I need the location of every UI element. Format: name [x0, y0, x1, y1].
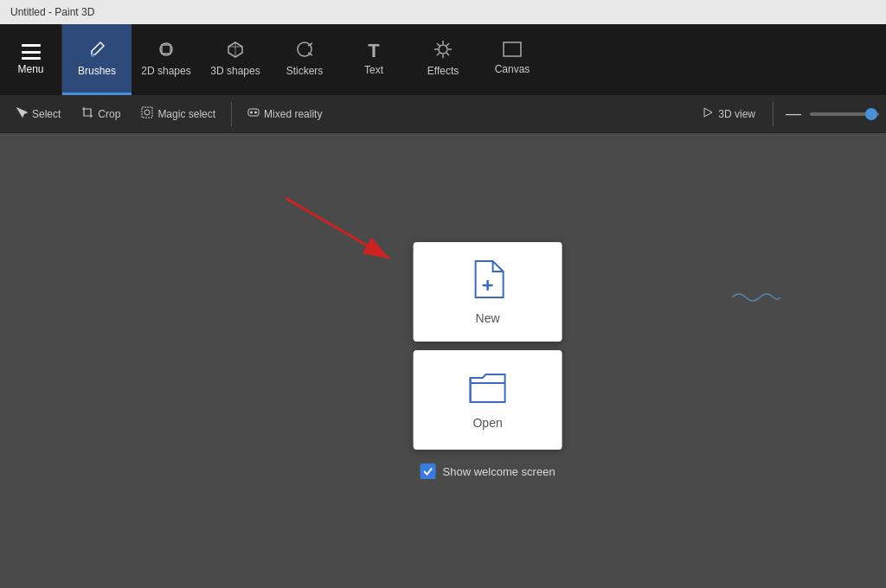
new-file-icon [471, 259, 505, 304]
right-tools: 3D view — [693, 102, 879, 126]
mixed-reality-label: Mixed reality [264, 108, 322, 120]
secondary-toolbar: Select Crop Magic select Mix [0, 95, 886, 133]
svg-marker-21 [704, 108, 712, 117]
3dview-label: 3D view [718, 108, 755, 120]
svg-point-20 [254, 112, 257, 114]
crop-label: Crop [98, 108, 120, 120]
svg-rect-15 [504, 42, 521, 56]
mixed-reality-tool[interactable]: Mixed reality [239, 103, 331, 125]
3dview-play-icon [702, 106, 714, 121]
zoom-minus-icon: — [786, 105, 801, 123]
svg-rect-2 [162, 45, 170, 54]
tool-stickers[interactable]: Stickers [270, 24, 339, 95]
toolbar-separator-2 [773, 102, 774, 126]
svg-point-17 [144, 110, 150, 115]
stickers-icon [295, 40, 314, 61]
open-card[interactable]: Open [414, 350, 562, 450]
effects-label: Effects [427, 65, 459, 77]
svg-line-11 [437, 43, 440, 46]
svg-point-6 [439, 45, 447, 54]
canvas-icon [503, 42, 522, 60]
menu-button[interactable]: Menu [0, 24, 62, 95]
text-icon: T [368, 42, 379, 61]
3dshapes-icon [226, 40, 245, 61]
main-toolbar: Menu Brushes 2D shapes 3D shapes [0, 24, 886, 95]
zoom-slider[interactable] [810, 112, 879, 116]
decorative-scribble [730, 289, 782, 310]
stickers-label: Stickers [286, 65, 324, 77]
crop-tool[interactable]: Crop [73, 103, 129, 125]
tool-brushes[interactable]: Brushes [62, 24, 132, 95]
svg-line-12 [446, 53, 449, 55]
svg-point-19 [250, 112, 253, 114]
mixed-reality-icon [247, 106, 260, 121]
svg-line-13 [446, 43, 449, 46]
tool-2dshapes[interactable]: 2D shapes [132, 24, 201, 95]
magic-select-tool[interactable]: Magic select [132, 103, 224, 125]
new-card[interactable]: New [414, 242, 562, 342]
magic-select-icon [141, 106, 153, 121]
menu-label: Menu [17, 63, 43, 75]
tool-text[interactable]: T Text [339, 24, 408, 95]
magic-select-label: Magic select [157, 108, 215, 120]
svg-line-23 [286, 198, 389, 259]
effects-icon [433, 40, 453, 61]
canvas-area: New Open Show welcome screen [0, 133, 886, 588]
svg-rect-18 [248, 109, 259, 116]
show-welcome-checkbox[interactable] [421, 463, 436, 479]
select-tool[interactable]: Select [7, 103, 69, 125]
text-label: Text [364, 64, 383, 76]
svg-line-14 [437, 53, 440, 55]
folder-icon [469, 371, 507, 409]
new-card-label: New [476, 311, 500, 325]
zoom-thumb [865, 108, 877, 120]
welcome-dialog: New Open Show welcome screen [414, 242, 562, 479]
show-welcome-row: Show welcome screen [421, 463, 555, 479]
tool-canvas[interactable]: Canvas [478, 24, 547, 95]
svg-rect-16 [142, 107, 152, 118]
canvas-label: Canvas [495, 63, 530, 75]
3dshapes-label: 3D shapes [210, 65, 260, 77]
brushes-icon [87, 40, 106, 61]
select-label: Select [32, 108, 61, 120]
svg-point-0 [91, 54, 94, 57]
title-bar: Untitled - Paint 3D [0, 0, 886, 24]
select-icon [16, 106, 28, 121]
arrow-pointer [268, 181, 424, 284]
open-card-label: Open [472, 416, 502, 430]
app-title: Untitled - Paint 3D [10, 6, 94, 18]
menu-icon [22, 44, 41, 60]
tool-3dshapes[interactable]: 3D shapes [201, 24, 270, 95]
show-welcome-label: Show welcome screen [443, 465, 555, 478]
2dshapes-label: 2D shapes [141, 65, 190, 77]
toolbar-separator-1 [231, 102, 232, 126]
3dview-tool[interactable]: 3D view [693, 103, 764, 125]
crop-icon [81, 106, 93, 121]
brushes-label: Brushes [78, 65, 116, 77]
tool-effects[interactable]: Effects [408, 24, 478, 95]
2dshapes-icon [157, 40, 176, 61]
